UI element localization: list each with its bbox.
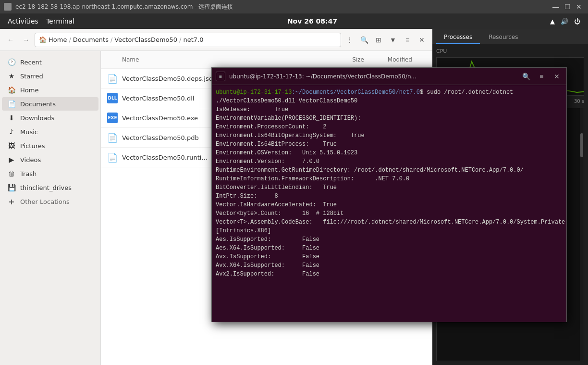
term-output-line: Vector<T>.Assembly.CodeBase: file:///roo… xyxy=(216,218,563,227)
close-fm-button[interactable]: ✕ xyxy=(415,33,429,47)
term-output-line: RuntimeInformation.FrameworkDescription:… xyxy=(216,175,563,183)
scrollbar-track[interactable] xyxy=(580,108,584,361)
tab-resources[interactable]: Resources xyxy=(481,31,526,44)
file-icon-cell: 📄 xyxy=(107,73,118,84)
term-output-line: Environment.OSVersion: Unix 5.15.0.1023 xyxy=(216,149,563,157)
sidebar-label-pictures: Pictures xyxy=(20,142,45,150)
term-output-line: Environment.Version: 7.0.0 xyxy=(216,157,563,166)
sidebar-item-music[interactable]: ♪ Music xyxy=(2,125,98,138)
term-output-line: IntPtr.Size: 8 xyxy=(216,192,563,201)
grid-view-button[interactable]: ⊞ xyxy=(372,33,385,47)
file-icon: 📄 xyxy=(107,133,118,143)
sm-tabs: Processes Resources xyxy=(432,29,588,44)
recent-icon: 🕐 xyxy=(8,58,15,66)
sidebar-item-starred[interactable]: ★ Starred xyxy=(2,69,98,83)
file-icon-cell: DLL xyxy=(107,92,118,104)
term-output-line: IsRelease: True xyxy=(216,105,563,114)
term-title: ubuntu@ip-172-31-17-13: ~/Documents/Vect… xyxy=(229,73,516,80)
file-icon: 📄 xyxy=(107,152,118,163)
sidebar-item-recent[interactable]: 🕐 Recent xyxy=(2,55,98,69)
maximize-button[interactable]: ☐ xyxy=(562,1,573,12)
activities-button[interactable]: Activities xyxy=(8,17,38,25)
breadcrumb-home[interactable]: Home xyxy=(49,36,67,43)
term-output-line: Environment.ProcessorCount: 2 xyxy=(216,123,563,131)
term-output-line: RuntimeEnvironment.GetRuntimeDirectory: … xyxy=(216,166,563,175)
exe-icon: EXE xyxy=(107,113,118,123)
term-output-line: Aes.X64.IsSupported: False xyxy=(216,244,563,252)
breadcrumb[interactable]: 🏠 Home / Documents / VectorClassDemo50 /… xyxy=(35,33,341,47)
sidebar-item-pictures[interactable]: 🖼 Pictures xyxy=(2,139,98,152)
documents-icon: 📄 xyxy=(8,100,15,108)
sidebar-label-trash: Trash xyxy=(20,170,37,177)
other-locations-icon: + xyxy=(8,198,15,205)
breadcrumb-folder[interactable]: VectorClassDemo50 xyxy=(114,36,177,43)
datetime-display: Nov 26 08:47 xyxy=(287,17,337,25)
sidebar-label-starred: Starred xyxy=(20,73,43,80)
sidebar-label-home: Home xyxy=(20,87,38,94)
menu-button[interactable]: ⋮ xyxy=(343,33,356,47)
sidebar-item-documents[interactable]: 📄 Documents xyxy=(2,97,98,111)
sidebar-item-thinclient[interactable]: 💾 thinclient_drives xyxy=(2,181,98,194)
term-output-line: [Intrinsics.X86] xyxy=(216,227,563,235)
term-output-line: Avx.X64.IsSupported: False xyxy=(216,261,563,270)
breadcrumb-documents[interactable]: Documents xyxy=(73,36,109,43)
volume-icon: 🔊 xyxy=(561,18,568,25)
fm-actions: ⋮ 🔍 ⊞ ▼ ≡ ✕ xyxy=(343,33,429,47)
sidebar-item-home[interactable]: 🏠 Home xyxy=(2,83,98,97)
sidebar-item-videos[interactable]: ▶ Videos xyxy=(2,153,98,166)
scrollbar-thumb[interactable] xyxy=(580,133,583,157)
term-icon: ▪ xyxy=(216,72,225,81)
col-name: Name xyxy=(122,56,316,63)
sidebar-label-thinclient: thinclient_drives xyxy=(20,184,72,191)
fl-header: Name Size Modified xyxy=(101,51,432,69)
minimize-button[interactable]: — xyxy=(551,1,561,12)
sidebar-label-music: Music xyxy=(20,128,38,136)
term-output-line: Avx.IsSupported: False xyxy=(216,252,563,261)
gnome-topbar: Activities Terminal Nov 26 08:47 ▲ 🔊 ⏻ xyxy=(0,13,588,29)
col-modified: Modified xyxy=(364,56,412,63)
file-icon-cell: EXE xyxy=(107,112,118,124)
term-menu-button[interactable]: ≡ xyxy=(536,71,547,82)
title-bar: ec2-18-182-58-198.ap-northeast-1.compute… xyxy=(0,0,588,13)
breadcrumb-subfolder[interactable]: net7.0 xyxy=(183,36,203,43)
file-icon-cell: 📄 xyxy=(107,151,118,163)
sidebar-item-trash[interactable]: 🗑 Trash xyxy=(2,167,98,180)
forward-button[interactable]: → xyxy=(19,33,33,47)
music-icon: ♪ xyxy=(8,128,15,136)
file-icon-cell: 📄 xyxy=(107,132,118,143)
term-close-button[interactable]: ✕ xyxy=(551,71,563,82)
search-button[interactable]: 🔍 xyxy=(357,33,371,47)
network-icon: ▲ xyxy=(550,18,555,25)
tab-processes[interactable]: Processes xyxy=(436,31,480,44)
term-search-button[interactable]: 🔍 xyxy=(520,71,532,82)
app-icon xyxy=(4,3,12,11)
term-body[interactable]: ubuntu@ip-172-31-17-13:~/Documents/Vecto… xyxy=(212,85,566,322)
terminal-label[interactable]: Terminal xyxy=(46,17,74,25)
cpu-label: CPU xyxy=(436,48,584,54)
term-output-line: Environment.Is64BitOperatingSystem: True xyxy=(216,131,563,140)
term-output-line: EnvironmentVariable(PROCESSOR_IDENTIFIER… xyxy=(216,114,563,123)
starred-icon: ★ xyxy=(8,72,15,80)
back-button[interactable]: ← xyxy=(4,33,17,47)
title-bar-text: ec2-18-182-58-198.ap-northeast-1.compute… xyxy=(15,3,547,11)
term-output-line: BitConverter.IsLittleEndian: True xyxy=(216,183,563,192)
gnome-bar-left: Activities Terminal xyxy=(8,17,74,25)
home-icon: 🏠 xyxy=(8,86,15,94)
term-output-line: Environment.Is64BitProcess: True xyxy=(216,140,563,149)
term-output-line: Aes.IsSupported: False xyxy=(216,235,563,244)
json-icon: 📄 xyxy=(107,74,118,84)
sidebar-item-other[interactable]: + Other Locations xyxy=(2,195,98,208)
view-options-button[interactable]: ▼ xyxy=(386,33,400,47)
sidebar-label-videos: Videos xyxy=(20,156,41,164)
pictures-icon: 🖼 xyxy=(8,142,15,150)
term-line-prompt: ubuntu@ip-172-31-17-13:~/Documents/Vecto… xyxy=(216,88,563,105)
col-size: Size xyxy=(316,56,364,63)
close-button[interactable]: ✕ xyxy=(574,1,584,12)
thinclient-icon: 💾 xyxy=(8,184,15,191)
dll-icon: DLL xyxy=(107,93,118,103)
term-path: :~/Documents/VectorClassDemo50/net7.0 xyxy=(292,89,419,96)
list-view-button[interactable]: ≡ xyxy=(401,33,414,47)
term-output-line: Vector.IsHardwareAccelerated: True xyxy=(216,201,563,209)
sidebar-item-downloads[interactable]: ⬇ Downloads xyxy=(2,111,98,125)
fm-sidebar: 🕐 Recent ★ Starred 🏠 Home 📄 Documents ⬇ xyxy=(0,51,101,365)
